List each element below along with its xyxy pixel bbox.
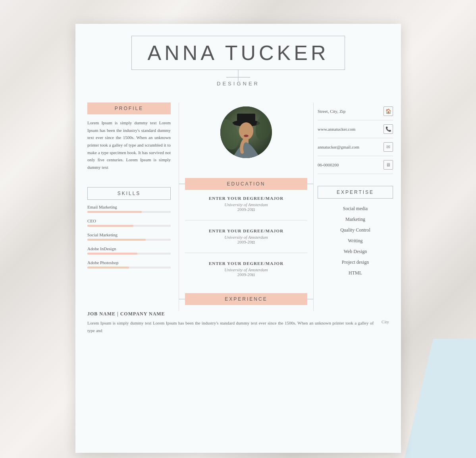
column-right: Street, City, Zip 🏠 www.annatucker.com 📞… [314, 102, 401, 311]
experience-section: JOB NAME | COMPANY NAME Lorem Ipsum is s… [75, 311, 401, 342]
svg-point-3 [239, 122, 253, 140]
expertise-item: Social media [318, 203, 393, 214]
resume-title: DESIGNER [91, 81, 385, 87]
expertise-item: HTML [318, 268, 393, 278]
expertise-section-header: EXPERTISE [318, 186, 393, 199]
resume-paper: ANNA TUCKER DESIGNER PROFILE Lorem Ipsum… [75, 24, 401, 453]
skill-bar-fill [87, 225, 133, 227]
edu-degree: ENTER YOUR DEGREE/MAJOR [185, 261, 307, 266]
name-box: ANNA TUCKER [131, 36, 345, 70]
skill-name: Email Marketing [87, 205, 171, 209]
edu-school: University of Amsterdam [185, 267, 307, 272]
skill-bar-fill [87, 267, 129, 269]
svg-point-4 [244, 135, 249, 137]
skill-bar-bg [87, 267, 171, 269]
edu-year: 2009-20ɪɪ [185, 240, 307, 245]
skills-section-header: SKILLS [87, 187, 171, 200]
job-description: Lorem Ipsum is simply dummy text Lorem I… [87, 319, 374, 334]
email-icon: ✉ [383, 142, 393, 152]
contact-phone: 06-0000200 🖥 [318, 156, 393, 174]
expertise-item: Quality Control [318, 225, 393, 236]
skill-name: Adobe Photoshop [87, 260, 171, 265]
skill-bar-bg [87, 239, 171, 241]
skill-bar-fill [87, 211, 142, 213]
skill-item: Adobe Photoshop [87, 260, 171, 269]
contact-address-text: Street, City, Zip [318, 109, 345, 114]
contact-email-text: annatucker@gmail.com [318, 145, 359, 149]
expertise-item: Writing [318, 236, 393, 246]
skill-bar-fill [87, 253, 137, 255]
column-center: EDUCATION ENTER YOUR DEGREE/MAJOR Univer… [179, 102, 314, 311]
skill-name: Adobe InDesign [87, 246, 171, 251]
job-city: City [382, 319, 389, 324]
expertise-list: Social media Marketing Quality Control W… [318, 203, 393, 278]
profile-section-header: PROFILE [87, 102, 171, 114]
skill-bar-bg [87, 225, 171, 227]
skill-bar-bg [87, 211, 171, 213]
edu-year: 2009-20ɪɪ [185, 207, 307, 212]
skill-item: Social Marketing [87, 232, 171, 241]
edu-entry: ENTER YOUR DEGREE/MAJOR University of Am… [185, 228, 307, 253]
home-icon: 🏠 [383, 106, 393, 116]
skill-item: Adobe InDesign [87, 246, 171, 255]
monitor-icon: 🖥 [383, 160, 393, 170]
experience-section-header: EXPERIENCE [185, 293, 307, 305]
profile-text: Lorem Ipsum is simply dummy text Lorem I… [87, 119, 171, 171]
edu-entry: ENTER YOUR DEGREE/MAJOR University of Am… [185, 196, 307, 220]
edu-school: University of Amsterdam [185, 235, 307, 240]
contact-phone-text: 06-0000200 [318, 162, 339, 167]
contact-address: Street, City, Zip 🏠 [318, 102, 393, 120]
edu-year: 2009-20ɪɪ [185, 272, 307, 277]
edu-school: University of Amsterdam [185, 202, 307, 207]
profile-photo [220, 106, 272, 158]
contact-website-text: www.annatucker.com [318, 127, 355, 131]
edu-degree: ENTER YOUR DEGREE/MAJOR [185, 196, 307, 201]
expertise-item: Marketing [318, 214, 393, 225]
skill-item: Email Marketing [87, 205, 171, 213]
skill-bar-fill [87, 239, 146, 241]
resume-header: ANNA TUCKER DESIGNER [75, 24, 401, 95]
job-title: JOB NAME | COMPANY NAME [87, 311, 389, 317]
skill-name: CEO [87, 218, 171, 223]
photo-area [185, 106, 307, 158]
contact-email: annatucker@gmail.com ✉ [318, 138, 393, 156]
resume-name: ANNA TUCKER [148, 41, 329, 65]
contact-website: www.annatucker.com 📞 [318, 120, 393, 138]
skill-item: CEO [87, 218, 171, 227]
expertise-item: Project design [318, 257, 393, 268]
skill-name: Social Marketing [87, 232, 171, 237]
edu-entry: ENTER YOUR DEGREE/MAJOR University of Am… [185, 261, 307, 285]
resume-body: PROFILE Lorem Ipsum is simply dummy text… [75, 95, 401, 311]
skill-bar-bg [87, 253, 171, 255]
education-section-header: EDUCATION [185, 178, 307, 190]
phone-icon: 📞 [383, 124, 393, 134]
column-left: PROFILE Lorem Ipsum is simply dummy text… [75, 102, 179, 311]
expertise-item: Web Design [318, 246, 393, 257]
edu-degree: ENTER YOUR DEGREE/MAJOR [185, 228, 307, 233]
